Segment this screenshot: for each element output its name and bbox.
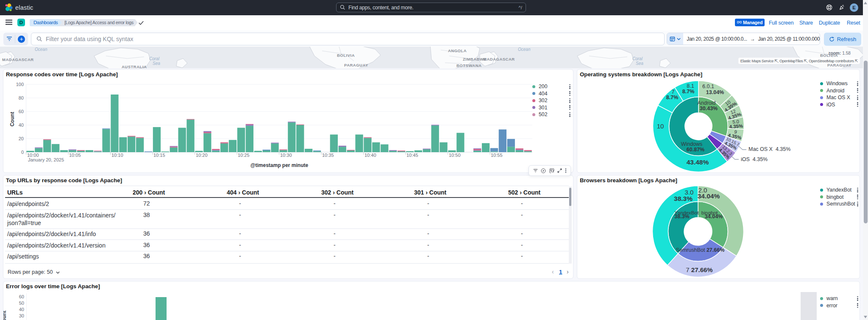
svg-text:PARAGUAY: PARAGUAY [344, 63, 368, 67]
svg-text:10:05: 10:05 [69, 153, 81, 158]
svg-text:10:45: 10:45 [406, 153, 418, 158]
svg-text:MADAGASCAR: MADAGASCAR [2, 57, 34, 62]
svg-text:SemrushBot 27.66%: SemrushBot 27.66% [676, 247, 725, 253]
svg-text:Sea: Sea [636, 61, 643, 66]
svg-text:Coral: Coral [632, 56, 643, 61]
svg-text:Windows: Windows [681, 141, 703, 147]
svg-text:10:50: 10:50 [449, 153, 461, 158]
svg-text:Android: Android [697, 100, 715, 106]
svg-text:10: 10 [657, 122, 664, 130]
svg-text:10:10: 10:10 [111, 153, 123, 158]
svg-text:30: 30 [19, 313, 24, 318]
svg-text:43.48%: 43.48% [687, 159, 709, 166]
svg-text:50: 50 [19, 301, 24, 306]
svg-text:34.04%: 34.04% [698, 192, 720, 200]
svg-text:38.3%: 38.3% [674, 195, 693, 202]
svg-text:10:55: 10:55 [491, 153, 503, 158]
svg-text:Count: Count [9, 112, 15, 127]
svg-text:60: 60 [19, 294, 24, 299]
svg-text:8.7%: 8.7% [666, 95, 679, 100]
svg-text:80: 80 [19, 95, 24, 100]
svg-text:10:25: 10:25 [238, 153, 250, 158]
svg-text:@timestamp per minute: @timestamp per minute [250, 162, 309, 168]
svg-text:8.1: 8.1 [687, 83, 694, 89]
svg-text:10:20: 10:20 [196, 153, 208, 158]
svg-text:Ocean: Ocean [35, 47, 47, 52]
svg-text:ANGOLA: ANGOLA [448, 48, 467, 53]
svg-text:10:35: 10:35 [322, 153, 334, 158]
svg-text:Sea: Sea [153, 61, 160, 66]
svg-text:38.3%: 38.3% [674, 214, 689, 220]
svg-text:10:40: 10:40 [364, 153, 376, 158]
svg-text:January 20, 2025: January 20, 2025 [28, 157, 64, 162]
svg-text:7: 7 [672, 89, 675, 95]
svg-text:34.04%: 34.04% [705, 214, 723, 220]
svg-text:BOLIVIA: BOLIVIA [337, 53, 355, 58]
svg-text:4.35%: 4.35% [729, 123, 743, 129]
svg-text:8.7%: 8.7% [682, 89, 695, 95]
svg-text:30.43%: 30.43% [700, 106, 718, 111]
svg-text:BOTSWANA: BOTSWANA [456, 63, 481, 68]
svg-text:7 27.66%: 7 27.66% [686, 266, 712, 273]
svg-text:0: 0 [21, 150, 24, 155]
svg-text:20: 20 [19, 136, 24, 141]
svg-text:10:30: 10:30 [280, 153, 292, 158]
svg-text:Count: Count [3, 311, 7, 320]
svg-text:Coral: Coral [149, 56, 160, 61]
svg-text:Mac OS X 4.35%: Mac OS X 4.35% [748, 146, 790, 152]
svg-text:40: 40 [19, 307, 24, 312]
svg-text:100: 100 [16, 82, 24, 87]
svg-text:iOS 4.35%: iOS 4.35% [741, 156, 768, 162]
svg-text:MADAGASCAR: MADAGASCAR [483, 57, 515, 61]
svg-text:40: 40 [19, 122, 24, 128]
svg-text:6.0.1: 6.0.1 [702, 83, 714, 89]
svg-text:60.87%: 60.87% [687, 147, 704, 153]
svg-text:13.04%: 13.04% [706, 89, 724, 95]
svg-text:AUSTRALIA: AUSTRALIA [122, 64, 147, 68]
svg-text:60: 60 [19, 109, 24, 114]
svg-text:10:15: 10:15 [153, 153, 165, 158]
svg-text:Ocean: Ocean [518, 47, 531, 52]
